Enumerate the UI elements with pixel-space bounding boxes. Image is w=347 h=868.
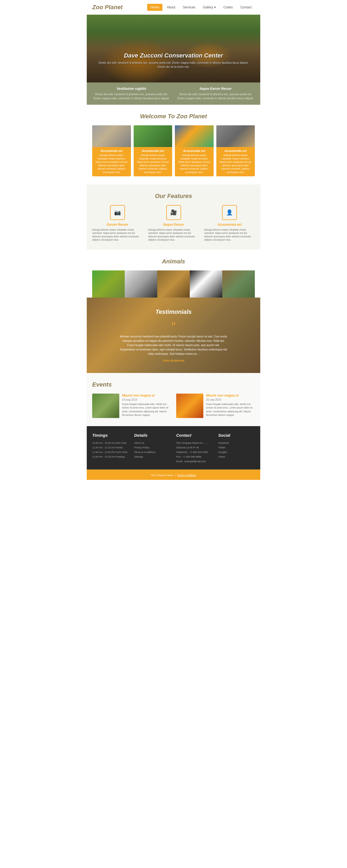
animal-grid: Assumenda est Masagi dolores esque volup… [92, 125, 255, 176]
footer-details: Details About Us Privacy Policy Terms & … [134, 433, 171, 464]
info-band: Vestibulum sagittis Donec dui velit, hen… [87, 83, 260, 105]
feature-desc-1: Masagi dolores esque voluptate mseqi nes… [92, 228, 143, 242]
event-desc-2: Fusce feugiat malesuada odio. Morbi orci… [206, 403, 255, 417]
event-info-2: Mauris non magna ul 25-sep-2014 Fusce fe… [206, 394, 255, 418]
timing-1: 10:30 Am - 10:45 Am Dino Chat [92, 441, 129, 445]
nav-about[interactable]: About [163, 4, 178, 11]
contact-telephone: Telephone : +1 800 625 6035 [176, 450, 213, 455]
feature-person-icon: 👤 [222, 205, 237, 220]
hero-overlay [87, 14, 260, 83]
footer-terms-link[interactable]: Terms & Conditions [134, 450, 171, 455]
nav-contact[interactable]: Contact [237, 4, 255, 11]
event-title-1[interactable]: Mauris non magna ul [122, 394, 171, 397]
nav-links: Home About Services Gallery ▾ Codes Cont… [147, 4, 255, 11]
contact-company: The Company Name Inc. ...... [176, 441, 213, 445]
site-logo: Zoo Planet [92, 4, 123, 11]
footer-separator: | [175, 474, 177, 476]
footer-social: Social Facebook Twitter Google+ Vimeo [218, 433, 255, 464]
feature-video-icon: 🎥 [166, 205, 181, 220]
animal-desc-2: Masagi dolores esque voluptate mseqi nes… [136, 154, 170, 174]
feature-name-2: Itaque Earum [148, 223, 199, 226]
event-item-1: Mauris non magna ul 19-aug-2015 Fusce fe… [92, 394, 171, 418]
feature-name-3: Assumenda est [204, 223, 255, 226]
footer-details-title: Details [134, 433, 171, 437]
nav-services[interactable]: Services [180, 4, 199, 11]
strip-deer [222, 271, 255, 298]
animals-strip [92, 271, 255, 298]
animals-section: Animals [87, 250, 260, 298]
feature-name-1: Earum Rerum [92, 223, 143, 226]
navigation: Zoo Planet Home About Services Gallery ▾… [87, 0, 260, 14]
feature-desc-2: Masagi dolores esque voluptate mseqi nes… [148, 228, 199, 242]
strip-bear [157, 271, 190, 298]
nav-home[interactable]: Home [147, 4, 162, 11]
footer-social-title: Social [218, 433, 255, 437]
info-col2-text: Donec dui velit, hendrerit id pharetra n… [176, 92, 255, 100]
events-grid: Mauris non magna ul 19-aug-2015 Fusce fe… [92, 394, 255, 418]
animal-card-4: Assumenda est Masagi dolores esque volup… [216, 125, 255, 176]
footer-company-name: The Company Name [151, 474, 174, 476]
footer-privacy-link[interactable]: Privacy Policy [134, 445, 171, 450]
contact-email: Email : example@mail.com [176, 459, 213, 464]
footer-facebook-link[interactable]: Facebook [218, 441, 255, 445]
event-img-1 [92, 394, 119, 418]
hero-title: Dave Zucconi Conservation Center [95, 52, 252, 59]
animal-desc-4: Masagi dolores esque voluptate mseqi nes… [219, 154, 253, 174]
testimonials-section: Testimonials " Aenean nonummy hendrerit … [87, 298, 260, 373]
hero-subtitle: Donec dui velit, hendrerit id pharetra n… [95, 61, 252, 69]
testimonial-author: John Anderson [92, 359, 255, 362]
timing-3: 11:50 Am - 12:00 Pm Farm Chat [92, 450, 129, 455]
animal-card-2: Assumenda est Masagi dolores esque volup… [134, 125, 172, 176]
nav-gallery[interactable]: Gallery ▾ [200, 4, 219, 11]
welcome-section: Welcome To Zoo Planet Assumenda est Masa… [87, 105, 260, 184]
footer-grid: Timings 10:30 Am - 10:45 Am Dino Chat 11… [92, 433, 255, 464]
animal-img-lizard [134, 125, 172, 147]
footer-contact: Contact The Company Name Inc. ...... Gla… [176, 433, 213, 464]
feature-desc-3: Masagi dolores esque voluptate mseqi nes… [204, 228, 255, 242]
timing-2: 11:00 Am - 11:15 Am Panda [92, 445, 129, 450]
footer: Timings 10:30 Am - 10:45 Am Dino Chat 11… [87, 426, 260, 480]
info-col-1: Vestibulum sagittis Donec dui velit, hen… [92, 87, 171, 100]
strip-penguin [190, 271, 222, 298]
features-grid: 📷 Earum Rerum Masagi dolores esque volup… [92, 205, 255, 242]
footer-googleplus-link[interactable]: Google+ [218, 450, 255, 455]
features-title: Our Features [92, 193, 255, 199]
feature-3: 👤 Assumenda est Masagi dolores esque vol… [204, 205, 255, 242]
animal-img-monkey [92, 125, 131, 147]
animal-img-parrot [175, 125, 214, 147]
feature-2: 🎥 Itaque Earum Masagi dolores esque volu… [148, 205, 199, 242]
strip-frog [92, 271, 125, 298]
hero-section: Dave Zucconi Conservation Center Donec d… [87, 14, 260, 83]
event-desc-1: Fusce feugiat malesuada odio. Morbi orci… [122, 403, 171, 417]
animal-desc-1: Masagi dolores esque voluptate mseqi nes… [94, 154, 129, 174]
event-date-2: 25-sep-2014 [206, 398, 255, 401]
nav-codes[interactable]: Codes [220, 4, 236, 11]
footer-vimeo-link[interactable]: Vimeo [218, 455, 255, 459]
animal-name-3: Assumenda est [177, 149, 212, 152]
timing-4: 12:00 Pm - 01:00 Pm Feeding [92, 455, 129, 459]
animals-title: Animals [92, 258, 255, 265]
animal-desc-3: Masagi dolores esque voluptate mseqi nes… [177, 154, 212, 174]
contact-address: Glascow La 99 Pr 45 [176, 445, 213, 450]
animal-card-3: Assumenda est Masagi dolores esque volup… [175, 125, 214, 176]
event-item-2: Mauris non magna ul 25-sep-2014 Fusce fe… [176, 394, 255, 418]
event-img-2 [176, 394, 203, 418]
footer-timings: Timings 10:30 Am - 10:45 Am Dino Chat 11… [92, 433, 129, 464]
feature-camera-icon: 📷 [110, 205, 125, 220]
footer-terms-link-bottom[interactable]: Terms Conditions [177, 474, 196, 476]
feature-1: 📷 Earum Rerum Masagi dolores esque volup… [92, 205, 143, 242]
event-title-2[interactable]: Mauris non magna ul [206, 394, 255, 397]
hero-text: Dave Zucconi Conservation Center Donec d… [95, 52, 252, 69]
quote-mark-icon: " [92, 321, 255, 332]
footer-twitter-link[interactable]: Twitter [218, 445, 255, 450]
info-col1-text: Donec dui velit, hendrerit id pharetra n… [92, 92, 171, 100]
contact-fax: FAX : +1 800 889 9898 [176, 455, 213, 459]
event-info-1: Mauris non magna ul 19-aug-2015 Fusce fe… [122, 394, 171, 418]
footer-contact-title: Contact [176, 433, 213, 437]
footer-about-link[interactable]: About Us [134, 441, 171, 445]
footer-sitemap-link[interactable]: SiteMap [134, 455, 171, 459]
animal-card-1: Assumenda est Masagi dolores esque volup… [92, 125, 131, 176]
footer-timings-title: Timings [92, 433, 129, 437]
footer-bottom: The Company Name | Terms Conditions [87, 469, 260, 480]
testimonials-title: Testimonials [92, 308, 255, 315]
